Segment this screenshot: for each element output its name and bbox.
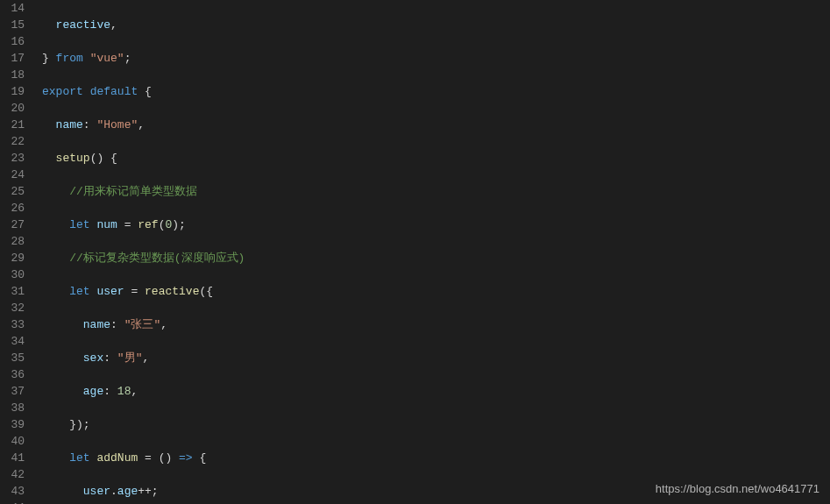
line-number: 32: [0, 300, 25, 316]
line-number: 28: [0, 233, 25, 250]
code-line[interactable]: export default {: [42, 83, 830, 100]
code-editor[interactable]: 14 15 16 17 18 19 20 21 22 23 24 25 26 2…: [0, 0, 830, 504]
line-number: 24: [0, 167, 25, 183]
code-line[interactable]: });: [42, 416, 830, 433]
fold-column: [26, 0, 33, 504]
code-line[interactable]: let user = reactive({: [42, 283, 830, 300]
code-line[interactable]: let num = ref(0);: [42, 217, 830, 233]
code-line[interactable]: name: "张三",: [42, 316, 830, 333]
line-number: 31: [0, 283, 25, 300]
line-number: 15: [0, 17, 25, 33]
line-number: 20: [0, 100, 25, 117]
line-number: 23: [0, 150, 25, 167]
line-number: 39: [0, 416, 25, 433]
line-number: 26: [0, 200, 25, 217]
line-number: 18: [0, 67, 25, 83]
line-number: 35: [0, 350, 25, 366]
line-number: 25: [0, 183, 25, 200]
code-line[interactable]: let addNum = () => {: [42, 450, 830, 466]
line-number: 14: [0, 0, 25, 17]
code-line[interactable]: sex: "男",: [42, 350, 830, 366]
line-number: 19: [0, 83, 25, 100]
line-number: 41: [0, 450, 25, 466]
line-number: 38: [0, 400, 25, 416]
line-number: 42: [0, 466, 25, 483]
line-number: 16: [0, 33, 25, 50]
line-number: 29: [0, 250, 25, 266]
line-number: 34: [0, 333, 25, 350]
code-line[interactable]: //用来标记简单类型数据: [42, 183, 830, 200]
code-line[interactable]: name: "Home",: [42, 117, 830, 133]
line-number: 22: [0, 133, 25, 150]
line-number: 27: [0, 217, 25, 233]
line-number: 33: [0, 316, 25, 333]
line-number: 30: [0, 266, 25, 283]
line-number-gutter: 14 15 16 17 18 19 20 21 22 23 24 25 26 2…: [0, 0, 26, 504]
line-number: 44: [0, 500, 25, 504]
code-line[interactable]: setup() {: [42, 150, 830, 167]
line-number: 37: [0, 383, 25, 400]
line-number: 36: [0, 366, 25, 383]
code-content[interactable]: reactive, } from "vue"; export default {…: [33, 0, 830, 504]
code-line[interactable]: } from "vue";: [42, 50, 830, 67]
watermark-text: https://blog.csdn.net/wo4641771: [656, 480, 819, 497]
code-line[interactable]: //标记复杂类型数据(深度响应式): [42, 250, 830, 266]
line-number: 43: [0, 483, 25, 500]
code-line[interactable]: reactive,: [42, 17, 830, 33]
line-number: 40: [0, 433, 25, 450]
line-number: 17: [0, 50, 25, 67]
line-number: 21: [0, 117, 25, 133]
code-line[interactable]: age: 18,: [42, 383, 830, 400]
